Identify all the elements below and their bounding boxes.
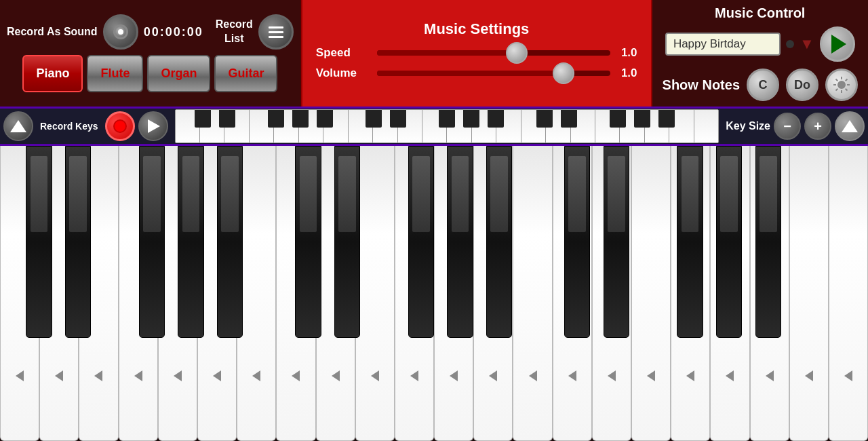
volume-value: 1.0 [617, 66, 637, 80]
record-keys-label: Record Keys [40, 121, 98, 132]
note-sun-button[interactable] [825, 69, 858, 101]
black-key-15[interactable] [755, 146, 781, 338]
up-button[interactable] [3, 111, 33, 141]
song-row: Happy Birtday ▼ [665, 26, 855, 62]
record-dot-icon [113, 119, 127, 133]
speed-value: 1.0 [617, 46, 637, 60]
music-control-section: Music Control Happy Birtday ▼ Show Notes… [652, 0, 868, 107]
black-key-6[interactable] [295, 146, 321, 338]
black-key-11[interactable] [564, 146, 590, 338]
piano-keyboard[interactable] [0, 146, 868, 441]
speed-row: Speed 1.0 [316, 46, 637, 60]
timer-display: 00:00:00 [144, 25, 203, 39]
note-do-button[interactable]: Do [786, 69, 818, 101]
svg-point-0 [837, 81, 846, 89]
note-c-button[interactable]: C [747, 69, 779, 101]
dropdown-arrow-icon[interactable]: ▼ [800, 35, 814, 53]
black-key-12[interactable] [604, 146, 629, 338]
instrument-buttons: Piano Flute Organ Guitar [16, 55, 284, 92]
play-keys-icon [148, 119, 160, 133]
play-button[interactable] [820, 26, 855, 62]
black-key-2[interactable] [65, 146, 91, 338]
record-keys-button[interactable] [105, 111, 135, 141]
controls-bar: Record Keys [0, 109, 868, 146]
record-as-sound-label: Record As Sound [7, 25, 98, 39]
flute-button[interactable]: Flute [87, 55, 143, 92]
show-notes-label: Show Notes [663, 77, 740, 93]
speed-slider[interactable] [377, 50, 610, 56]
key-size-up-button[interactable] [835, 111, 865, 141]
key-size-increase[interactable]: + [804, 113, 831, 140]
song-dot-indicator [786, 40, 794, 48]
key-size-decrease[interactable]: − [774, 113, 801, 140]
black-key-14[interactable] [716, 146, 742, 338]
volume-row: Volume 1.0 [316, 66, 637, 80]
white-key-21[interactable] [789, 146, 829, 441]
piano-button[interactable]: Piano [22, 55, 83, 92]
black-key-13[interactable] [677, 146, 703, 338]
key-size-up-icon [842, 120, 858, 132]
volume-thumb[interactable] [553, 62, 574, 84]
song-name: Happy Birtday [673, 37, 746, 51]
speed-thumb[interactable] [506, 42, 528, 64]
svg-line-6 [846, 89, 848, 91]
svg-line-8 [836, 89, 838, 91]
song-selector[interactable]: Happy Birtday [665, 33, 781, 56]
notes-row: Show Notes C Do [663, 69, 858, 101]
white-key-22[interactable] [829, 146, 868, 441]
music-settings-title: Music Settings [424, 20, 529, 38]
white-key-10[interactable] [355, 146, 395, 441]
black-key-1[interactable] [26, 146, 52, 338]
volume-label: Volume [316, 66, 370, 80]
piano-container [0, 146, 868, 441]
volume-slider[interactable] [377, 71, 610, 76]
black-key-9[interactable] [447, 146, 473, 338]
white-key-14[interactable] [513, 146, 552, 441]
sun-icon [832, 75, 851, 94]
key-size-label: Key Size [726, 120, 770, 132]
black-key-10[interactable] [486, 146, 512, 338]
black-key-7[interactable] [334, 146, 360, 338]
organ-button[interactable]: Organ [147, 55, 210, 92]
record-list-button[interactable] [258, 14, 294, 50]
play-keys-button[interactable] [138, 111, 168, 141]
white-key-17[interactable] [631, 146, 671, 441]
music-control-title: Music Control [715, 5, 805, 21]
svg-line-7 [846, 79, 848, 81]
svg-line-5 [836, 79, 838, 81]
play-icon [831, 35, 846, 54]
up-icon [10, 120, 26, 132]
black-key-8[interactable] [408, 146, 434, 338]
black-key-4[interactable] [178, 146, 203, 338]
list-icon [269, 26, 283, 38]
record-as-sound-section: Record As Sound 00:00:00 RecordList [0, 0, 301, 107]
black-key-5[interactable] [217, 146, 243, 338]
top-bar: Record As Sound 00:00:00 RecordList [0, 0, 868, 109]
record-button[interactable] [103, 14, 138, 50]
record-list-label: RecordList [216, 18, 253, 46]
key-size-section: Key Size − + [726, 111, 865, 141]
mini-white-keys [176, 110, 719, 142]
black-key-3[interactable] [139, 146, 165, 338]
music-settings-section: Music Settings Speed 1.0 Volume 1.0 [301, 0, 652, 107]
mini-keyboard[interactable] [175, 109, 719, 143]
speed-label: Speed [316, 46, 370, 60]
guitar-button[interactable]: Guitar [214, 55, 277, 92]
